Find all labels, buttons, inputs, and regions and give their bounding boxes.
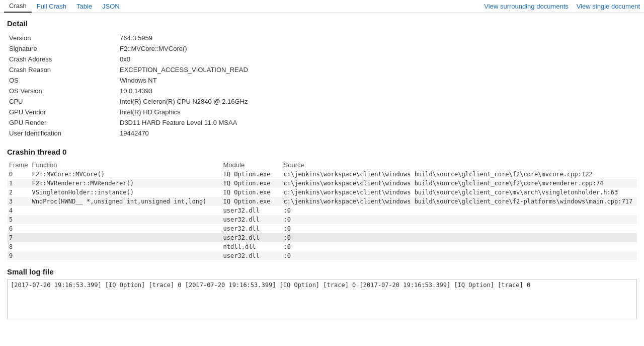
frame-source: c:\jenkins\workspace\client\windows buil… bbox=[282, 179, 637, 188]
frame-function bbox=[30, 242, 221, 251]
detail-value: EXCEPTION_ACCESS_VIOLATION_READ bbox=[118, 64, 637, 75]
detail-label: Crash Address bbox=[7, 54, 118, 64]
frame-number: 4 bbox=[7, 206, 30, 215]
log-box[interactable]: [2017-07-20 19:16:53.399] [IQ Option] [t… bbox=[7, 279, 637, 319]
frame-function bbox=[30, 215, 221, 224]
detail-value: D3D11 HARD Feature Level 11.0 MSAA bbox=[118, 117, 637, 128]
frame-source: :0 bbox=[282, 206, 637, 215]
frame-number: 5 bbox=[7, 215, 30, 224]
frame-row: 7 user32.dll :0 bbox=[7, 233, 637, 242]
detail-value: Intel(R) HD Graphics bbox=[118, 107, 637, 117]
frame-number: 2 bbox=[7, 188, 30, 197]
detail-label: GPU Vendor bbox=[7, 107, 118, 117]
frames-col-header: Module bbox=[221, 160, 282, 170]
detail-row: OS Version10.0.14393 bbox=[7, 86, 637, 96]
frame-source: :0 bbox=[282, 215, 637, 224]
detail-row: OSWindows NT bbox=[7, 75, 637, 86]
frame-function: F2::MVCore::MVCore() bbox=[30, 170, 221, 179]
detail-value: 764.3.5959 bbox=[118, 33, 637, 43]
frame-number: 9 bbox=[7, 251, 30, 260]
frame-number: 8 bbox=[7, 242, 30, 251]
frame-row: 2 VSingletonHolder::instance() IQ Option… bbox=[7, 188, 637, 197]
frames-col-header: Frame bbox=[7, 160, 30, 170]
frame-function: WndProc(HWND__ *,unsigned int,unsigned i… bbox=[30, 197, 221, 206]
frame-module: ntdll.dll bbox=[221, 242, 282, 251]
detail-row: Version764.3.5959 bbox=[7, 33, 637, 43]
detail-section-title: Detail bbox=[7, 19, 637, 28]
detail-label: User Identification bbox=[7, 128, 118, 139]
frame-row: 4 user32.dll :0 bbox=[7, 206, 637, 215]
frame-row: 5 user32.dll :0 bbox=[7, 215, 637, 224]
frame-module: user32.dll bbox=[221, 233, 282, 242]
frame-row: 8 ntdll.dll :0 bbox=[7, 242, 637, 251]
detail-value: 0x0 bbox=[118, 54, 637, 64]
frame-number: 7 bbox=[7, 233, 30, 242]
frame-module: IQ Option.exe bbox=[221, 188, 282, 197]
detail-row: GPU VendorIntel(R) HD Graphics bbox=[7, 107, 637, 117]
detail-row: Crash ReasonEXCEPTION_ACCESS_VIOLATION_R… bbox=[7, 64, 637, 75]
log-section-title: Small log file bbox=[7, 267, 637, 276]
frame-function bbox=[30, 224, 221, 233]
tab-full-crash[interactable]: Full Crash bbox=[32, 1, 71, 12]
frames-col-header: Source bbox=[282, 160, 637, 170]
tab-crash[interactable]: Crash bbox=[4, 0, 32, 13]
frame-source: c:\jenkins\workspace\client\windows buil… bbox=[282, 170, 637, 179]
frame-function bbox=[30, 233, 221, 242]
detail-row: GPU RenderD3D11 HARD Feature Level 11.0 … bbox=[7, 117, 637, 128]
frame-number: 6 bbox=[7, 224, 30, 233]
frame-row: 1 F2::MVRenderer::MVRenderer() IQ Option… bbox=[7, 179, 637, 188]
frame-function bbox=[30, 206, 221, 215]
frame-function bbox=[30, 251, 221, 260]
detail-label: Signature bbox=[7, 43, 118, 54]
detail-table: Version764.3.5959SignatureF2::MVCore::MV… bbox=[7, 33, 637, 139]
frame-row: 6 user32.dll :0 bbox=[7, 224, 637, 233]
frame-module: IQ Option.exe bbox=[221, 197, 282, 206]
detail-row: User Identification19442470 bbox=[7, 128, 637, 139]
detail-value: Intel(R) Celeron(R) CPU N2840 @ 2.16GHz bbox=[118, 96, 637, 107]
frame-module: user32.dll bbox=[221, 251, 282, 260]
frame-module: IQ Option.exe bbox=[221, 170, 282, 179]
frames-table: FrameFunctionModuleSource 0 F2::MVCore::… bbox=[7, 160, 637, 260]
frame-module: IQ Option.exe bbox=[221, 179, 282, 188]
tab-json[interactable]: JSON bbox=[97, 1, 125, 12]
frame-module: user32.dll bbox=[221, 215, 282, 224]
frames-col-header: Function bbox=[30, 160, 221, 170]
frame-function: F2::MVRenderer::MVRenderer() bbox=[30, 179, 221, 188]
nav-tabs: Crash Full Crash Table JSON View surroun… bbox=[0, 0, 644, 13]
detail-label: OS bbox=[7, 75, 118, 86]
frame-source: :0 bbox=[282, 242, 637, 251]
frame-row: 0 F2::MVCore::MVCore() IQ Option.exe c:\… bbox=[7, 170, 637, 179]
main-content: Detail Version764.3.5959SignatureF2::MVC… bbox=[0, 13, 644, 325]
detail-value: F2::MVCore::MVCore() bbox=[118, 43, 637, 54]
detail-row: SignatureF2::MVCore::MVCore() bbox=[7, 43, 637, 54]
frame-number: 1 bbox=[7, 179, 30, 188]
detail-label: OS Version bbox=[7, 86, 118, 96]
view-surrounding-link[interactable]: View surrounding documents bbox=[484, 3, 568, 10]
frame-source: c:\jenkins\workspace\client\windows buil… bbox=[282, 197, 637, 206]
detail-row: Crash Address0x0 bbox=[7, 54, 637, 64]
detail-value: Windows NT bbox=[118, 75, 637, 86]
frame-source: c:\jenkins\workspace\client\windows buil… bbox=[282, 188, 637, 197]
frame-number: 3 bbox=[7, 197, 30, 206]
detail-label: Version bbox=[7, 33, 118, 43]
detail-label: CPU bbox=[7, 96, 118, 107]
view-single-link[interactable]: View single document bbox=[577, 3, 640, 10]
frame-source: :0 bbox=[282, 233, 637, 242]
detail-value: 19442470 bbox=[118, 128, 637, 139]
frame-number: 0 bbox=[7, 170, 30, 179]
frame-source: :0 bbox=[282, 251, 637, 260]
frame-module: user32.dll bbox=[221, 206, 282, 215]
frame-source: :0 bbox=[282, 224, 637, 233]
frame-function: VSingletonHolder::instance() bbox=[30, 188, 221, 197]
tab-table[interactable]: Table bbox=[71, 1, 97, 12]
frame-row: 9 user32.dll :0 bbox=[7, 251, 637, 260]
detail-label: Crash Reason bbox=[7, 64, 118, 75]
frame-module: user32.dll bbox=[221, 224, 282, 233]
nav-right-links: View surrounding documents View single d… bbox=[484, 3, 640, 10]
detail-row: CPUIntel(R) Celeron(R) CPU N2840 @ 2.16G… bbox=[7, 96, 637, 107]
detail-value: 10.0.14393 bbox=[118, 86, 637, 96]
detail-label: GPU Render bbox=[7, 117, 118, 128]
crash-thread-title: Crashin thread 0 bbox=[7, 148, 637, 156]
frame-row: 3 WndProc(HWND__ *,unsigned int,unsigned… bbox=[7, 197, 637, 206]
